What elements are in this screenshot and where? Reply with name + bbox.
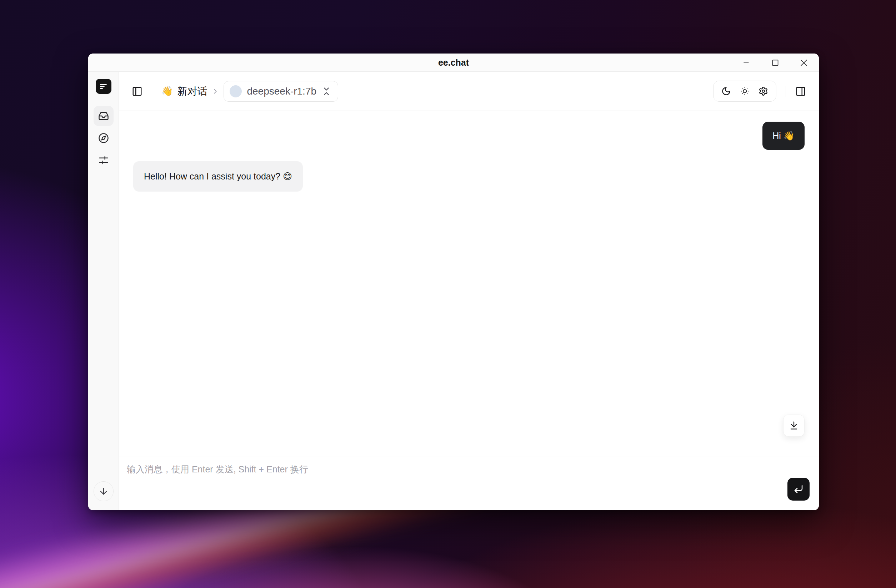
toolbar-right-divider <box>786 86 786 97</box>
moon-icon <box>721 87 731 96</box>
minimize-icon <box>742 58 751 67</box>
sun-icon <box>740 87 750 96</box>
close-icon <box>799 58 809 68</box>
conversation-emoji: 👋 <box>162 86 173 97</box>
chevrons-down-up-icon[interactable] <box>322 87 331 96</box>
panel-right-icon <box>795 86 806 97</box>
breadcrumb[interactable]: 👋 新对话 <box>162 85 207 98</box>
maximize-button[interactable] <box>765 53 785 72</box>
app-logo-icon <box>99 82 108 91</box>
theme-switcher <box>713 81 776 102</box>
app-window: ee.chat <box>88 53 819 510</box>
scroll-to-bottom-button[interactable] <box>783 415 805 437</box>
maximize-icon <box>771 58 780 67</box>
message-list: Hi 👋 Hello! How can I assist you today? … <box>119 111 819 456</box>
window-controls <box>737 53 814 72</box>
sidebar-item-inbox[interactable] <box>94 106 114 126</box>
corner-down-left-icon <box>793 484 804 495</box>
window-body: 👋 新对话 deepseek-r1:7b <box>88 72 819 510</box>
theme-light-button[interactable] <box>740 87 750 96</box>
titlebar: ee.chat <box>88 53 819 72</box>
toolbar-divider <box>152 86 152 97</box>
sliders-icon <box>98 155 109 166</box>
model-selector[interactable]: deepseek-r1:7b <box>224 81 338 102</box>
user-message-bubble: Hi 👋 <box>762 122 805 150</box>
right-panel-toggle-button[interactable] <box>795 86 806 97</box>
theme-system-button[interactable] <box>759 87 768 96</box>
inbox-icon <box>98 111 109 121</box>
message-input[interactable] <box>119 456 819 510</box>
chevron-right-icon <box>212 87 219 95</box>
toolbar: 👋 新对话 deepseek-r1:7b <box>119 72 819 111</box>
app-logo <box>96 79 111 94</box>
panel-left-icon <box>132 86 142 97</box>
sidebar-item-settings[interactable] <box>94 150 114 170</box>
sidebar-toggle-button[interactable] <box>132 86 142 97</box>
window-title: ee.chat <box>438 58 469 68</box>
model-avatar <box>230 85 242 97</box>
arrow-down-icon <box>99 486 108 496</box>
sidebar-scroll-down-button[interactable] <box>94 481 114 501</box>
assistant-message-bubble: Hello! How can I assist you today? 😊 <box>133 161 303 191</box>
sidebar <box>88 72 119 510</box>
theme-dark-button[interactable] <box>721 87 731 96</box>
model-name: deepseek-r1:7b <box>247 86 316 97</box>
composer <box>119 456 819 510</box>
main-area: 👋 新对话 deepseek-r1:7b <box>119 72 819 510</box>
sidebar-item-discover[interactable] <box>94 128 114 148</box>
arrow-down-to-line-icon <box>789 421 799 431</box>
gear-icon <box>759 87 768 96</box>
conversation-title: 新对话 <box>177 85 207 98</box>
compass-icon <box>98 133 109 143</box>
close-button[interactable] <box>794 53 814 72</box>
desktop-wallpaper: ee.chat <box>0 0 896 588</box>
send-button[interactable] <box>788 478 809 501</box>
minimize-button[interactable] <box>737 53 757 72</box>
